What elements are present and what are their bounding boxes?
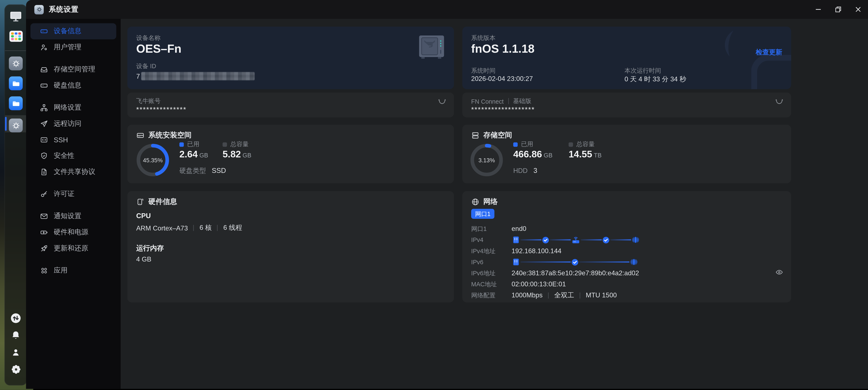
ipv6-label: IPv6 <box>471 259 512 265</box>
duplex-value: 全双工 <box>554 291 574 300</box>
shield-check-icon <box>39 151 48 160</box>
sidebar-item-file-sharing[interactable]: 文件共享协议 <box>30 164 116 180</box>
device-name-label: 设备名称 <box>136 34 160 42</box>
link-segment <box>520 239 541 240</box>
app-icon <box>34 5 44 14</box>
fn-account-card[interactable]: 飞牛账号 *************** <box>127 92 454 117</box>
card-title: 硬件信息 <box>148 197 177 207</box>
cpu-section-label: CPU <box>136 212 151 220</box>
dock-item-desktop[interactable] <box>8 10 23 25</box>
dock-item-settings[interactable] <box>8 56 23 71</box>
total-legend-swatch <box>222 142 227 147</box>
dock-item-files-2[interactable] <box>8 96 23 111</box>
dock-item-app-center[interactable] <box>8 30 23 45</box>
sidebar-item-apps[interactable]: 应用 <box>30 263 116 279</box>
folder-icon <box>9 96 23 110</box>
link-segment <box>550 239 571 240</box>
system-install-space-card: 系统安装空间 45.35% 已用 2.64GB <box>127 125 454 183</box>
nas-server-icon <box>512 258 520 266</box>
mtu-value: MTU 1500 <box>586 292 617 299</box>
divider <box>580 292 580 298</box>
disk-type-value: SSD <box>212 167 226 175</box>
gear-app-icon <box>9 57 23 70</box>
network-nodes-icon <box>39 103 48 112</box>
dock-item-files[interactable] <box>8 76 23 91</box>
chip-device-icon <box>136 198 144 206</box>
horn-decoration <box>717 30 740 61</box>
sidebar-item-security[interactable]: 安全性 <box>30 148 116 164</box>
system-version-value: fnOS 1.1.18 <box>471 42 534 55</box>
fn-connect-masked-value: ******************* <box>471 105 535 114</box>
sidebar-item-user-management[interactable]: 用户管理 <box>30 39 116 55</box>
ram-value: 4 GB <box>136 255 151 263</box>
bell-icon <box>11 330 21 342</box>
used-legend-swatch <box>513 142 518 147</box>
battery-bolt-icon <box>39 228 48 237</box>
flower-gear-icon <box>10 364 21 377</box>
sidebar-item-label: 通知设置 <box>54 212 81 221</box>
card-title: 存储空间 <box>483 130 512 140</box>
check-icon <box>602 236 610 244</box>
system-settings-window: 系统设置 设备信息 用户管理 存储 <box>26 0 868 389</box>
sidebar-item-notifications[interactable]: 通知设置 <box>30 208 116 224</box>
sidebar-item-ssh[interactable]: SSH <box>30 132 116 148</box>
sidebar-item-device-info[interactable]: 设备信息 <box>30 23 116 39</box>
dock-settings-button[interactable] <box>10 364 22 377</box>
divider <box>193 225 194 231</box>
ipv4-address-row: IPv4地址 192.168.100.144 <box>471 245 783 257</box>
monitor-icon <box>9 9 23 26</box>
dock-user-button[interactable] <box>10 347 22 359</box>
device-id-label: 设备 ID <box>136 62 156 70</box>
sidebar-item-remote-access[interactable]: 远程访问 <box>30 116 116 132</box>
sidebar-item-license[interactable]: 许可证 <box>30 186 116 202</box>
sidebar-item-label: 硬盘信息 <box>54 81 81 90</box>
harddrive-icon <box>136 131 144 139</box>
ipv6-address-label: IPv6地址 <box>471 269 512 277</box>
ipv4-label: IPv4 <box>471 236 512 243</box>
fn-connect-card[interactable]: FN Connect 基础版 ******************* <box>462 92 791 117</box>
mac-address-label: MAC地址 <box>471 280 512 288</box>
used-value: 466.86 <box>513 149 542 159</box>
close-button[interactable] <box>848 0 868 19</box>
internet-globe-icon <box>629 258 639 266</box>
restore-button[interactable] <box>828 0 848 19</box>
total-legend-swatch <box>569 142 573 147</box>
system-version-label: 系统版本 <box>471 34 496 42</box>
minimize-button[interactable] <box>808 0 828 19</box>
sidebar-item-network-settings[interactable]: 网络设置 <box>30 100 116 116</box>
port-tab-button[interactable]: 网口1 <box>471 209 495 219</box>
sidebar-item-disk-info[interactable]: 硬盘信息 <box>30 78 116 94</box>
check-update-link[interactable]: 检查更新 <box>756 48 782 57</box>
transfer-arrows-icon <box>10 312 22 326</box>
dock-transfer-button[interactable] <box>10 313 22 325</box>
card-title-row: 系统安装空间 <box>136 130 191 140</box>
dock-notifications-button[interactable] <box>10 330 22 342</box>
ipv6-address-value: 240e:381:87a8:5e10:29e7:89b0:e4a2:ad02 <box>512 269 639 277</box>
ipv6-status-row: IPv6 <box>471 257 783 267</box>
settings-sidebar: 设备信息 用户管理 存储空间管理 硬盘信息 网络设置 <box>26 19 121 389</box>
sidebar-item-storage-management[interactable]: 存储空间管理 <box>30 61 116 78</box>
key-icon <box>39 190 48 199</box>
link-segment <box>581 239 602 240</box>
sidebar-item-hardware-power[interactable]: 硬件和电源 <box>30 224 116 240</box>
inbox-icon <box>39 65 48 74</box>
sidebar-item-label: 硬件和电源 <box>54 228 88 237</box>
device-name-card: 设备名称 OES–Fn 设备 ID 7 <box>127 27 454 89</box>
card-title-row: 网络 <box>471 197 498 207</box>
disk-icon <box>39 27 48 36</box>
cpu-cores-value: 6 核 <box>199 223 212 233</box>
eye-icon[interactable] <box>775 268 783 278</box>
port-label: 网口1 <box>471 224 512 233</box>
dock <box>4 4 27 386</box>
dock-status-area <box>5 313 27 382</box>
mac-address-row: MAC地址 02:00:00:13:0E:01 <box>471 279 783 290</box>
window-title: 系统设置 <box>49 4 79 14</box>
card-title-row: 硬件信息 <box>136 197 177 207</box>
sidebar-item-update-restore[interactable]: 更新和还原 <box>30 240 116 257</box>
interface-value: end0 <box>512 225 526 233</box>
used-unit: GB <box>199 152 208 158</box>
card-title: 网络 <box>483 197 498 207</box>
sidebar-item-label: 存储空间管理 <box>54 65 95 74</box>
system-time-label: 系统时间 <box>471 66 496 75</box>
ipv4-address-label: IPv4地址 <box>471 247 512 255</box>
